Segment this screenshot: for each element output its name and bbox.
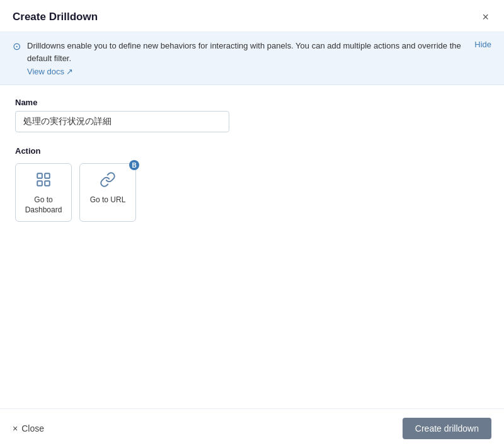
create-drilldown-modal: Create Drilldown × ⊙ Drilldowns enable y… [0,0,504,448]
svg-rect-2 [45,181,50,186]
name-input[interactable] [15,111,229,132]
name-field-group: Name [15,98,489,132]
hide-button[interactable]: Hide [474,40,491,49]
info-text-block: Drilldowns enable you to define new beha… [27,40,463,77]
link-icon [100,171,116,190]
info-icon: ⊙ [13,40,21,52]
modal-header: Create Drilldown × [0,0,504,32]
name-label: Name [15,98,489,107]
action-section: Action Go toDashboard [15,146,489,222]
info-banner: ⊙ Drilldowns enable you to define new be… [0,32,504,85]
close-x-button[interactable]: × [479,10,491,24]
action-dashboard-label: Go toDashboard [25,195,62,215]
action-url-label: Go to URL [90,195,126,205]
modal-footer: × Close Create drilldown [0,408,504,448]
close-x-icon: × [13,423,18,434]
svg-rect-0 [37,173,42,178]
view-docs-link[interactable]: View docs ↗ [27,67,73,76]
action-card-dashboard[interactable]: Go toDashboard [15,163,72,222]
action-grid: Go toDashboard B Go to URL [15,163,489,222]
svg-rect-1 [45,173,50,178]
external-link-icon: ↗ [66,67,73,76]
beta-badge: B [129,160,139,170]
dashboard-icon [35,171,52,190]
action-label: Action [15,146,489,156]
close-label: Close [21,423,44,434]
create-drilldown-button[interactable]: Create drilldown [403,418,491,439]
info-banner-text: Drilldowns enable you to define new beha… [27,40,463,64]
action-card-url[interactable]: B Go to URL [79,163,136,222]
svg-rect-3 [37,181,42,186]
modal-title: Create Drilldown [13,11,98,23]
modal-body: Name Action Go toDashboard [0,85,504,408]
close-button[interactable]: × Close [13,423,44,434]
